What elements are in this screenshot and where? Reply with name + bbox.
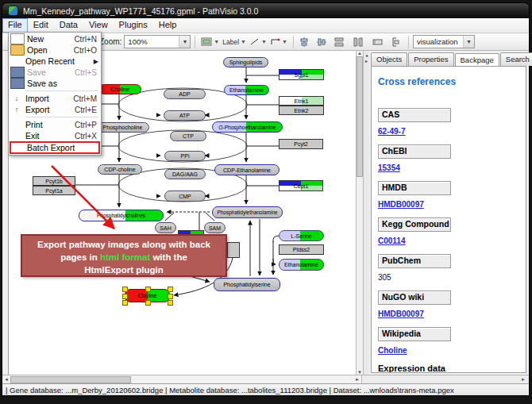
scroll-left-icon[interactable]: ◄ <box>4 377 9 382</box>
menu-item-save-as[interactable]: Save as <box>10 78 100 89</box>
backpage-section-pubchem: PubChem305 <box>378 254 526 282</box>
pathway-node-dag-aag[interactable]: DAG/AAG <box>164 169 206 179</box>
menu-item-save[interactable]: SaveCtrl+S <box>10 67 100 78</box>
label-tool-icon[interactable]: Label▼ <box>222 38 246 46</box>
title-bar[interactable]: Mm_Kennedy_pathway_WP1771_45176.gpml - P… <box>2 3 529 18</box>
pathway-node-cmp[interactable]: CMP <box>164 190 206 202</box>
pathway-node-ptdss2[interactable]: Ptdss2 <box>279 244 324 255</box>
panel-scroll-right-icon[interactable]: ► <box>521 377 526 382</box>
visualization-combobox[interactable]: visualization▼ <box>413 35 475 48</box>
menu-item-label: Import <box>25 94 73 103</box>
pathway-node-phosphocholine[interactable]: Phosphocholine <box>96 122 149 133</box>
selection-handle[interactable] <box>145 287 151 292</box>
menu-help[interactable]: Help <box>153 18 183 33</box>
pathway-node-cept1[interactable]: Cept1 <box>279 180 323 191</box>
pathway-node-sah[interactable]: SAH <box>155 222 176 233</box>
menu-data[interactable]: Data <box>54 18 83 33</box>
scroll-down-icon[interactable]: ▼ <box>357 370 362 375</box>
menu-item-new[interactable]: NewCtrl+N <box>10 33 100 44</box>
chevron-down-icon[interactable]: ▼ <box>179 36 190 48</box>
canvas-vertical-scrollbar[interactable]: ▲ ▼ <box>356 51 363 375</box>
selection-handle[interactable] <box>168 287 173 292</box>
chevron-down-icon[interactable]: ▼ <box>463 36 474 48</box>
menu-item-label: Export <box>25 105 75 114</box>
backpage-section-value: 305 <box>378 273 526 282</box>
pathway-node-pcyt1a[interactable]: Pcyt1a <box>33 186 75 195</box>
pathway-node-phosphatidylethanolamine[interactable]: Phosphatidylethanolamine <box>212 206 283 218</box>
selection-handle[interactable] <box>145 300 151 306</box>
menu-item-open[interactable]: OpenCtrl+O <box>10 44 100 56</box>
splitter-right-icon[interactable]: ▸ <box>365 58 368 63</box>
pathway-node-ethanolamine[interactable]: Ethanolamine <box>279 259 324 271</box>
menu-item-export[interactable]: ExportCtrl+E <box>10 104 100 115</box>
selection-handle[interactable] <box>122 287 128 292</box>
pathway-node-phosphatidylcholines[interactable]: Phosphatidylcholines <box>79 210 164 221</box>
tab-search[interactable]: Search <box>500 52 532 66</box>
align-middle-icon[interactable] <box>317 37 326 47</box>
gene-product-icon[interactable]: ▼ <box>201 37 219 46</box>
selection-handle[interactable] <box>168 300 173 306</box>
pathway-node-sam[interactable]: SAM <box>204 222 226 233</box>
pathway-node-sphingolipids[interactable]: Sphingolipids <box>223 57 268 67</box>
menu-edit[interactable]: Edit <box>28 18 54 33</box>
backpage-content[interactable]: Cross references CAS62-49-7ChEBI15354HMD… <box>371 66 526 373</box>
splitter-left-icon[interactable]: ◂ <box>365 52 368 58</box>
align-center-icon[interactable] <box>299 37 309 47</box>
menu-file[interactable]: File <box>2 18 28 33</box>
pathway-node-phosphatidylserine[interactable]: Phosphatidylserine <box>214 278 280 291</box>
scrollbar-thumb[interactable] <box>357 56 363 177</box>
zoom-combobox[interactable]: 100%▼ <box>124 35 191 48</box>
menu-item-batch-export[interactable]: Batch Export <box>10 141 100 154</box>
pathway-node-cdp-choline[interactable]: CDP-choline <box>98 164 142 175</box>
pathway-node-choline[interactable]: Choline <box>98 84 141 94</box>
distribute-rows-icon[interactable] <box>334 37 344 47</box>
distribute-columns-icon[interactable] <box>353 37 363 47</box>
menu-view[interactable]: View <box>83 18 114 33</box>
pathway-node-ethanolamine[interactable]: Ethanolamine <box>224 85 269 95</box>
pathway-node-atp[interactable]: ATP <box>164 110 206 121</box>
pathway-node[interactable] <box>227 242 240 258</box>
file-menu: NewCtrl+NOpenCtrl+OOpen Recent▶SaveCtrl+… <box>8 32 102 156</box>
tab-objects[interactable]: Objects <box>371 52 407 66</box>
backpage-section-kegg-compound: Kegg CompoundC00114 <box>378 217 526 245</box>
canvas-horizontal-scrollbar[interactable]: ◄ ► <box>2 375 362 383</box>
pathway-node-pcyt2[interactable]: Pcyt2 <box>279 139 323 149</box>
menu-item-open-recent[interactable]: Open Recent▶ <box>10 56 100 67</box>
menu-item-import[interactable]: ImportCtrl+M <box>10 93 100 104</box>
selection-handle[interactable] <box>122 294 128 299</box>
backpage-section-value: Choline <box>378 346 526 355</box>
menu-item-print[interactable]: PrintCtrl+P <box>10 119 100 130</box>
backpage-section-header: Wikipedia <box>378 327 451 341</box>
pathway-node-etnk1[interactable]: Etnk1 <box>279 96 324 106</box>
cross-reference-link[interactable]: HMDB00097 <box>378 200 424 209</box>
connector-tool-icon[interactable]: ▼ <box>270 37 287 46</box>
pathway-node-ctp[interactable]: CTP <box>170 131 206 141</box>
line-tool-icon[interactable]: ▼ <box>249 37 267 46</box>
scroll-right-icon[interactable]: ► <box>355 377 360 382</box>
stack-icon[interactable] <box>391 37 400 47</box>
cross-reference-link[interactable]: 62-49-7 <box>378 127 405 136</box>
pathway-node-cdp-ethanolamine[interactable]: CDP-Ethanolamine <box>214 164 279 175</box>
scroll-up-icon[interactable]: ▲ <box>357 51 362 56</box>
menu-item-exit[interactable]: ExitCtrl+X <box>10 130 100 141</box>
tab-backpage[interactable]: Backpage <box>455 53 499 67</box>
scrollbar-thumb[interactable] <box>10 376 131 383</box>
selection-handle[interactable] <box>168 294 173 299</box>
cross-reference-link[interactable]: HMDB00097 <box>378 310 424 318</box>
cross-reference-link[interactable]: Choline <box>378 346 407 355</box>
pathway-node-pcyt1b[interactable]: Pcyt1b <box>33 176 75 186</box>
cross-reference-link[interactable]: C00114 <box>378 237 405 245</box>
cross-reference-link[interactable]: 15354 <box>378 164 400 172</box>
pathway-node-etnk2[interactable]: Etnk2 <box>279 106 324 115</box>
pathway-node-adp[interactable]: ADP <box>164 89 206 99</box>
tab-properties[interactable]: Properties <box>408 52 453 66</box>
common-size-icon[interactable] <box>372 37 383 46</box>
pathway-node-l-serine[interactable]: L-Serine <box>279 230 324 241</box>
no-icon <box>10 120 23 129</box>
pathway-node-sgpl1[interactable]: Sgpl1 <box>279 69 324 80</box>
menu-plugins[interactable]: Plugins <box>114 18 153 33</box>
pathway-node-o-phosphoethanolamine[interactable]: O-Phosphoethanolamine <box>212 121 283 133</box>
panel-splitter[interactable]: ◂ ▸ <box>363 51 369 375</box>
pathway-node-ppi[interactable]: PPi <box>164 151 206 161</box>
selection-handle[interactable] <box>122 300 128 306</box>
